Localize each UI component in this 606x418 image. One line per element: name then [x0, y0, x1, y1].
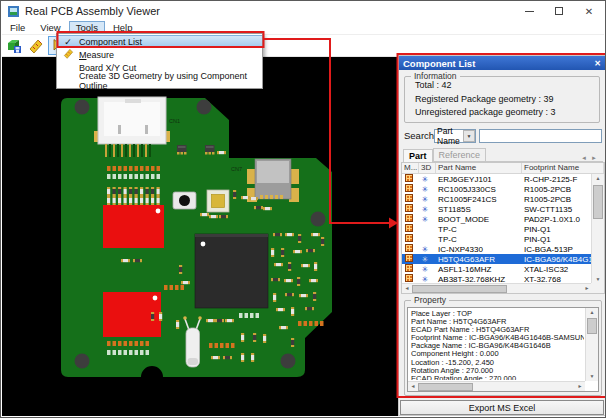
tab-next-icon[interactable]: ► [591, 155, 601, 161]
3d-geometry-icon [419, 185, 431, 194]
footprint-name-cell: IC-BGA-513P [522, 245, 592, 254]
chevron-down-icon[interactable]: ▼ [463, 130, 475, 142]
table-vertical-scrollbar[interactable]: ▲ ▼ [591, 174, 604, 284]
menu-file[interactable]: File [3, 21, 32, 34]
tab-prev-icon[interactable]: ◄ [581, 155, 591, 161]
scroll-left-icon[interactable]: ◄ [402, 284, 412, 293]
3d-geometry-icon [419, 195, 431, 204]
footprint-icon [405, 184, 413, 192]
3d-geometry-icon [419, 205, 431, 214]
component-list-panel: Component List ✕ Information Total : 42 … [398, 55, 606, 416]
minimize-icon [525, 11, 534, 12]
table-body: ERJ6GEYJ101 R-CHP-2125-F RC1005J330CS R1… [402, 174, 592, 284]
check-icon: ✓ [57, 37, 79, 47]
maximize-button[interactable] [544, 1, 574, 21]
property-horizontal-scrollbar[interactable]: ◄ ► [408, 381, 585, 391]
information-group-label: Information [411, 71, 460, 81]
part-name-cell: H5TQ4G63AFR [436, 255, 522, 264]
panel-title-bar[interactable]: Component List ✕ [399, 56, 605, 70]
part-name-cell: TP-C [436, 235, 522, 244]
footprint-name-cell: R1005-2PCB [522, 195, 592, 204]
3d-geometry-icon [419, 215, 431, 224]
table-vscroll-thumb[interactable] [593, 185, 603, 219]
footprint-name-cell: PAD2P-1.0X1.0 [522, 215, 592, 224]
search-label: Search [404, 130, 434, 141]
column-header-3d[interactable]: 3D [419, 163, 436, 173]
close-icon: ✕ [585, 6, 593, 17]
property-hscroll-thumb[interactable] [418, 383, 473, 391]
close-button[interactable]: ✕ [574, 1, 604, 21]
footprint-icon [405, 244, 413, 252]
3d-geometry-icon [419, 245, 431, 254]
table-header: M... 3D Part Name Footprint Name [402, 163, 604, 174]
menu-item-create-3d-geometry[interactable]: Create 3D Geometry by using Component Ou… [57, 74, 262, 87]
scroll-left-icon[interactable]: ◄ [408, 382, 418, 391]
footprint-name-cell: PIN-Q1 [522, 235, 592, 244]
3d-geometry-icon [419, 265, 431, 274]
footprint-name-cell: R1005-2PCB [522, 185, 592, 194]
footprint-icon [405, 204, 413, 212]
app-window: Real PCB Assembly Viewer ✕ File View Too… [0, 0, 606, 418]
scroll-up-icon[interactable]: ▲ [586, 308, 598, 317]
measure-tool-button[interactable] [26, 36, 46, 55]
table-horizontal-scrollbar[interactable]: ◄ ► [402, 283, 592, 293]
measure-icon [28, 38, 44, 54]
minimize-button[interactable] [514, 1, 544, 21]
table-row[interactable]: RC1005F241CS R1005-2PCB [402, 194, 592, 204]
cube-save-icon [6, 38, 22, 54]
table-row[interactable]: ASFL1-16MHZ XTAL-ISC32 [402, 264, 592, 274]
tab-scroll-arrows[interactable]: ◄► [581, 155, 603, 161]
property-lines: Place Layer : TOP Part Name : H5TQ4G63AF… [411, 310, 584, 380]
part-name-cell: RC1005J330CS [436, 185, 522, 194]
table-row[interactable]: ST1185S SW-CTT1135 [402, 204, 592, 214]
part-name-cell: ASFL1-16MHZ [436, 265, 522, 274]
export-3d-button[interactable] [4, 36, 24, 55]
panel-title: Component List [403, 58, 475, 69]
scroll-right-icon[interactable]: ► [575, 382, 585, 391]
app-icon [8, 6, 19, 17]
footprint-name-cell: PIN-Q1 [522, 225, 592, 234]
tab-part[interactable]: Part [403, 149, 433, 162]
footprint-name-cell: IC-BGA96/K4B4G1646B-SAMSUNG-2PCB [522, 255, 592, 264]
menu-item-component-list[interactable]: ✓ Component List [57, 35, 262, 48]
footprint-icon [405, 274, 413, 282]
scroll-down-icon[interactable]: ▼ [586, 372, 598, 381]
tools-menu: ✓ Component List Measure Board X/Y Cut C… [56, 33, 263, 89]
table-row[interactable]: ERJ6GEYJ101 R-CHP-2125-F [402, 174, 592, 184]
property-vertical-scrollbar[interactable]: ▲ ▼ [585, 308, 598, 381]
panel-close-icon[interactable]: ✕ [594, 59, 601, 68]
table-row[interactable]: H5TQ4G63AFR IC-BGA96/K4B4G1646B-SAMSUNG-… [402, 254, 592, 264]
search-field-select[interactable]: Part Name ▼ [434, 129, 476, 143]
part-name-cell: IC-NXP4330 [436, 245, 522, 254]
property-line: ECAD Rotation Angle : 270.000 [411, 375, 584, 380]
tab-reference[interactable]: Reference [433, 148, 487, 161]
measure-icon [57, 48, 79, 61]
info-unregistered: Unregistered package geometry : 3 [415, 108, 599, 118]
column-header-part-name[interactable]: Part Name [436, 163, 522, 173]
information-group: Information Total : 42 Registered Packag… [404, 76, 600, 123]
table-hscroll-thumb[interactable] [412, 285, 507, 293]
footprint-icon [405, 174, 413, 182]
footprint-icon [405, 234, 413, 242]
part-name-cell: ST1185S [436, 205, 522, 214]
table-row[interactable]: TP-C PIN-Q1 [402, 224, 592, 234]
footprint-name-cell: SW-CTT1135 [522, 205, 592, 214]
column-header-m[interactable]: M... [402, 163, 419, 173]
table-row[interactable]: IC-NXP4330 IC-BGA-513P [402, 244, 592, 254]
menu-item-measure[interactable]: Measure [57, 48, 262, 61]
table-row[interactable]: TP-C PIN-Q1 [402, 234, 592, 244]
search-input[interactable] [479, 129, 602, 143]
export-ms-excel-button[interactable]: Export MS Excel [400, 400, 604, 415]
footprint-icon [405, 264, 413, 272]
part-name-cell: ERJ6GEYJ101 [436, 175, 522, 184]
table-row[interactable]: BOOT_MODE PAD2P-1.0X1.0 [402, 214, 592, 224]
scrollbar-corner [591, 283, 604, 293]
footprint-name-cell: R-CHP-2125-F [522, 175, 592, 184]
info-registered: Registered Package geometry : 39 [415, 95, 599, 105]
scroll-up-icon[interactable]: ▲ [592, 174, 604, 183]
footprint-icon [405, 214, 413, 222]
property-vscroll-thumb[interactable] [587, 318, 597, 334]
table-row[interactable]: RC1005J330CS R1005-2PCB [402, 184, 592, 194]
column-header-footprint-name[interactable]: Footprint Name [522, 163, 604, 173]
footprint-icon [405, 224, 413, 232]
